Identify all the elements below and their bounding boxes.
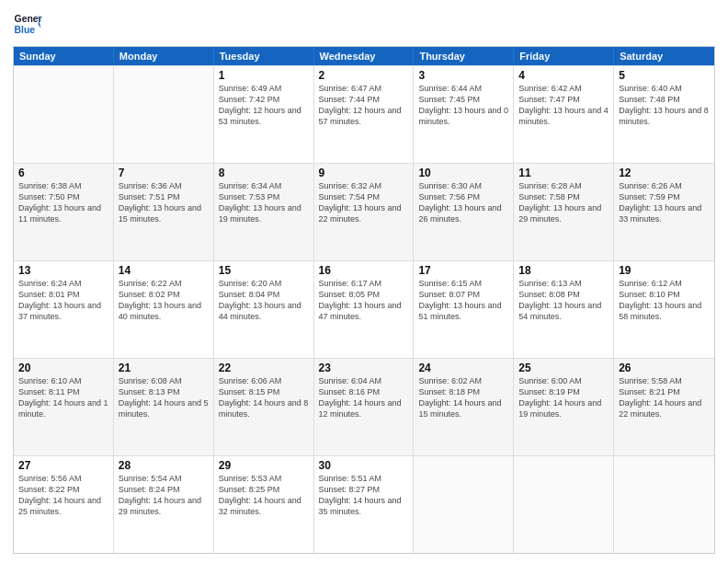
calendar-week-1: 1Sunrise: 6:49 AMSunset: 7:42 PMDaylight… — [14, 65, 714, 163]
day-header-monday: Monday — [114, 47, 214, 65]
day-number: 29 — [219, 459, 309, 472]
day-number: 5 — [619, 69, 710, 82]
day-info: Sunrise: 6:28 AMSunset: 7:58 PMDaylight:… — [518, 180, 609, 225]
day-cell-1: 1Sunrise: 6:49 AMSunset: 7:42 PMDaylight… — [214, 66, 314, 163]
empty-cell — [14, 66, 114, 163]
day-info: Sunrise: 6:38 AMSunset: 7:50 PMDaylight:… — [18, 180, 108, 225]
day-header-thursday: Thursday — [414, 47, 514, 65]
day-cell-20: 20Sunrise: 6:10 AMSunset: 8:11 PMDayligh… — [14, 359, 114, 455]
day-header-sunday: Sunday — [14, 47, 114, 65]
day-cell-9: 9Sunrise: 6:32 AMSunset: 7:54 PMDaylight… — [314, 164, 415, 260]
day-number: 24 — [418, 362, 508, 374]
day-number: 8 — [219, 167, 309, 179]
day-number: 11 — [518, 167, 609, 179]
calendar-week-4: 20Sunrise: 6:10 AMSunset: 8:11 PMDayligh… — [14, 358, 714, 455]
calendar: SundayMondayTuesdayWednesdayThursdayFrid… — [13, 46, 715, 554]
day-info: Sunrise: 6:06 AMSunset: 8:15 PMDaylight:… — [219, 375, 309, 420]
day-info: Sunrise: 6:32 AMSunset: 7:54 PMDaylight:… — [319, 180, 409, 225]
svg-text:Blue: Blue — [15, 25, 36, 35]
day-info: Sunrise: 6:24 AMSunset: 8:01 PMDaylight:… — [18, 278, 108, 323]
day-header-tuesday: Tuesday — [214, 47, 314, 65]
day-info: Sunrise: 6:34 AMSunset: 7:53 PMDaylight:… — [219, 180, 309, 225]
day-cell-8: 8Sunrise: 6:34 AMSunset: 7:53 PMDaylight… — [214, 164, 314, 260]
day-info: Sunrise: 6:15 AMSunset: 8:07 PMDaylight:… — [418, 278, 508, 323]
day-info: Sunrise: 6:44 AMSunset: 7:45 PMDaylight:… — [418, 83, 508, 128]
day-info: Sunrise: 5:58 AMSunset: 8:21 PMDaylight:… — [619, 375, 710, 420]
day-info: Sunrise: 6:08 AMSunset: 8:13 PMDaylight:… — [119, 375, 209, 420]
day-cell-17: 17Sunrise: 6:15 AMSunset: 8:07 PMDayligh… — [414, 261, 514, 358]
calendar-week-3: 13Sunrise: 6:24 AMSunset: 8:01 PMDayligh… — [14, 260, 714, 358]
day-info: Sunrise: 6:02 AMSunset: 8:18 PMDaylight:… — [418, 375, 508, 420]
day-info: Sunrise: 6:20 AMSunset: 8:04 PMDaylight:… — [219, 278, 309, 323]
day-number: 12 — [619, 167, 710, 179]
day-info: Sunrise: 6:36 AMSunset: 7:51 PMDaylight:… — [119, 180, 209, 225]
day-number: 14 — [119, 264, 209, 277]
day-info: Sunrise: 5:53 AMSunset: 8:25 PMDaylight:… — [219, 473, 309, 518]
day-info: Sunrise: 6:40 AMSunset: 7:48 PMDaylight:… — [619, 83, 710, 128]
day-cell-30: 30Sunrise: 5:51 AMSunset: 8:27 PMDayligh… — [314, 456, 415, 553]
day-header-friday: Friday — [514, 47, 614, 65]
page: General Blue SundayMondayTuesdayWednesda… — [0, 0, 728, 563]
day-cell-3: 3Sunrise: 6:44 AMSunset: 7:45 PMDaylight… — [414, 66, 514, 163]
day-cell-28: 28Sunrise: 5:54 AMSunset: 8:24 PMDayligh… — [114, 456, 214, 553]
day-number: 30 — [319, 459, 409, 472]
day-number: 13 — [18, 264, 108, 277]
day-cell-25: 25Sunrise: 6:00 AMSunset: 8:19 PMDayligh… — [514, 359, 614, 455]
day-number: 2 — [319, 69, 409, 82]
day-cell-7: 7Sunrise: 6:36 AMSunset: 7:51 PMDaylight… — [114, 164, 214, 260]
day-cell-18: 18Sunrise: 6:13 AMSunset: 8:08 PMDayligh… — [514, 261, 614, 358]
calendar-week-2: 6Sunrise: 6:38 AMSunset: 7:50 PMDaylight… — [14, 163, 714, 260]
calendar-week-5: 27Sunrise: 5:56 AMSunset: 8:22 PMDayligh… — [14, 455, 714, 553]
empty-cell — [114, 66, 214, 163]
day-info: Sunrise: 5:56 AMSunset: 8:22 PMDaylight:… — [18, 473, 108, 518]
day-number: 19 — [619, 264, 710, 277]
day-cell-5: 5Sunrise: 6:40 AMSunset: 7:48 PMDaylight… — [614, 66, 714, 163]
day-info: Sunrise: 6:10 AMSunset: 8:11 PMDaylight:… — [18, 375, 108, 420]
day-number: 26 — [619, 362, 710, 374]
day-info: Sunrise: 5:54 AMSunset: 8:24 PMDaylight:… — [119, 473, 209, 518]
day-info: Sunrise: 6:22 AMSunset: 8:02 PMDaylight:… — [119, 278, 209, 323]
day-info: Sunrise: 6:49 AMSunset: 7:42 PMDaylight:… — [219, 83, 309, 128]
day-info: Sunrise: 6:30 AMSunset: 7:56 PMDaylight:… — [418, 180, 508, 225]
day-number: 9 — [319, 167, 409, 179]
day-cell-13: 13Sunrise: 6:24 AMSunset: 8:01 PMDayligh… — [14, 261, 114, 358]
day-number: 1 — [219, 69, 309, 82]
day-number: 27 — [18, 459, 108, 472]
day-number: 10 — [418, 167, 508, 179]
day-cell-11: 11Sunrise: 6:28 AMSunset: 7:58 PMDayligh… — [514, 164, 614, 260]
day-info: Sunrise: 6:47 AMSunset: 7:44 PMDaylight:… — [319, 83, 409, 128]
day-number: 21 — [119, 362, 209, 374]
day-cell-10: 10Sunrise: 6:30 AMSunset: 7:56 PMDayligh… — [414, 164, 514, 260]
day-info: Sunrise: 6:00 AMSunset: 8:19 PMDaylight:… — [518, 375, 609, 420]
day-cell-23: 23Sunrise: 6:04 AMSunset: 8:16 PMDayligh… — [314, 359, 415, 455]
day-info: Sunrise: 5:51 AMSunset: 8:27 PMDaylight:… — [319, 473, 409, 518]
day-number: 25 — [518, 362, 609, 374]
empty-cell — [514, 456, 614, 553]
logo: General Blue — [13, 9, 42, 39]
day-info: Sunrise: 6:12 AMSunset: 8:10 PMDaylight:… — [619, 278, 710, 323]
day-header-saturday: Saturday — [614, 47, 714, 65]
day-header-wednesday: Wednesday — [314, 47, 415, 65]
day-number: 20 — [18, 362, 108, 374]
day-cell-4: 4Sunrise: 6:42 AMSunset: 7:47 PMDaylight… — [514, 66, 614, 163]
calendar-body: 1Sunrise: 6:49 AMSunset: 7:42 PMDaylight… — [14, 65, 714, 553]
day-cell-19: 19Sunrise: 6:12 AMSunset: 8:10 PMDayligh… — [614, 261, 714, 358]
empty-cell — [414, 456, 514, 553]
day-cell-6: 6Sunrise: 6:38 AMSunset: 7:50 PMDaylight… — [14, 164, 114, 260]
day-cell-29: 29Sunrise: 5:53 AMSunset: 8:25 PMDayligh… — [214, 456, 314, 553]
day-number: 16 — [319, 264, 409, 277]
day-cell-2: 2Sunrise: 6:47 AMSunset: 7:44 PMDaylight… — [314, 66, 415, 163]
calendar-header: SundayMondayTuesdayWednesdayThursdayFrid… — [14, 47, 714, 65]
day-number: 15 — [219, 264, 309, 277]
day-cell-26: 26Sunrise: 5:58 AMSunset: 8:21 PMDayligh… — [614, 359, 714, 455]
day-number: 3 — [418, 69, 508, 82]
day-info: Sunrise: 6:26 AMSunset: 7:59 PMDaylight:… — [619, 180, 710, 225]
day-info: Sunrise: 6:13 AMSunset: 8:08 PMDaylight:… — [518, 278, 609, 323]
day-cell-15: 15Sunrise: 6:20 AMSunset: 8:04 PMDayligh… — [214, 261, 314, 358]
day-cell-24: 24Sunrise: 6:02 AMSunset: 8:18 PMDayligh… — [414, 359, 514, 455]
day-info: Sunrise: 6:42 AMSunset: 7:47 PMDaylight:… — [518, 83, 609, 128]
day-info: Sunrise: 6:04 AMSunset: 8:16 PMDaylight:… — [319, 375, 409, 420]
day-cell-22: 22Sunrise: 6:06 AMSunset: 8:15 PMDayligh… — [214, 359, 314, 455]
day-number: 23 — [319, 362, 409, 374]
day-number: 22 — [219, 362, 309, 374]
